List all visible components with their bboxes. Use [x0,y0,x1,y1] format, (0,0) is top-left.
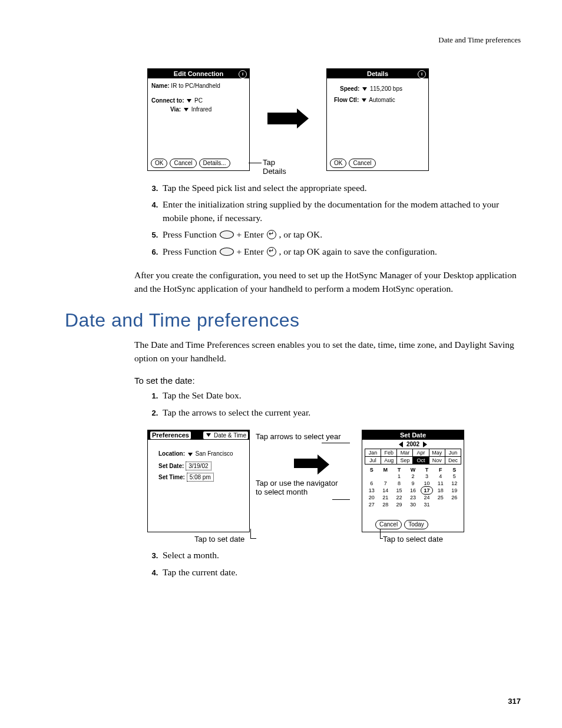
flow-ctl-value[interactable]: Automatic [369,97,395,103]
month-cell[interactable]: May [429,449,445,457]
dropdown-icon[interactable] [184,108,189,111]
day-cell[interactable]: 29 [392,501,406,508]
enter-button-icon [267,230,276,239]
callout-tap-arrows: Tap arrows to select year [256,432,356,441]
cancel-button[interactable]: Cancel [375,520,402,529]
month-cell[interactable]: Sep [397,457,413,465]
month-cell[interactable]: Feb [381,449,397,457]
location-value[interactable]: San Francisco [196,450,233,457]
step-3b: Select a month. [160,549,521,562]
callout-select-month: Tap or use the navigator to select month [256,479,338,496]
day-cell[interactable]: 17 [421,486,433,495]
today-button[interactable]: Today [404,520,428,529]
month-cell[interactable]: Apr [413,449,429,457]
figure-edit-connection: Edit Connection i Name: IR to PC/Handhel… [147,68,521,171]
day-cell[interactable]: 18 [434,487,447,494]
paragraph-after-config: After you create the configuration, you … [134,269,521,295]
callout-tap-select-date: Tap to select date [383,535,443,543]
set-time-box[interactable]: 5:08 pm [187,473,214,482]
details-button[interactable]: Details... [199,159,230,168]
day-cell[interactable]: 3 [420,473,434,480]
day-cell[interactable]: 24 [420,494,434,501]
edit-connection-screen: Edit Connection i Name: IR to PC/Handhel… [147,68,250,171]
dow-cell: W [406,467,419,473]
day-cell[interactable]: 15 [392,487,406,494]
day-cell[interactable]: 11 [434,480,447,487]
speed-value[interactable]: 115,200 bps [370,85,402,92]
month-cell[interactable]: Jul [365,457,381,465]
connect-to-value[interactable]: PC [194,97,203,104]
figure-date-time: Preferences Date & Time Location: San Fr… [147,430,521,532]
month-cell[interactable]: Aug [381,457,397,465]
dropdown-icon[interactable] [362,87,367,91]
cancel-button[interactable]: Cancel [170,159,196,168]
day-cell[interactable]: 1 [392,473,406,480]
steps-list-c: Select a month. Tap the current date. [147,549,521,579]
day-cell[interactable]: 28 [378,501,392,508]
speed-label: Speed: [340,85,359,92]
year-value: 2002 [406,441,419,447]
dropdown-icon[interactable] [188,453,193,456]
screen-title: Edit Connection [174,70,223,77]
dow-cell: T [420,467,434,473]
day-cell[interactable]: 9 [406,480,419,487]
section-heading: Date and Time preferences [65,309,521,331]
day-cell[interactable]: 27 [365,501,378,508]
arrow-icon [256,459,356,468]
day-cell[interactable]: 16 [406,487,419,494]
day-cell[interactable]: 12 [448,480,461,487]
month-cell[interactable]: Oct [413,457,429,465]
callout-tap-set-date: Tap to set date [194,535,244,543]
screen-title: Details [367,70,388,77]
step-4b: Tap the current date. [160,566,521,579]
day-cell[interactable]: 13 [365,487,378,494]
info-icon[interactable]: i [239,70,247,78]
dropdown-icon[interactable] [362,98,366,102]
month-grid[interactable]: JanFebMarAprMayJunJulAugSepOctNovDec [365,449,461,465]
day-cell[interactable]: 26 [448,494,461,501]
function-button-icon [220,230,234,239]
flow-ctl-label: Flow Ctl: [334,97,359,103]
day-cell[interactable]: 8 [392,480,406,487]
day-cell[interactable]: 5 [448,473,461,480]
name-value[interactable]: IR to PC/Handheld [171,83,220,89]
dow-cell: M [378,467,392,473]
dropdown-icon[interactable] [187,99,191,103]
day-cell[interactable]: 6 [365,480,378,487]
month-cell[interactable]: Mar [397,449,413,457]
set-date-box[interactable]: 3/19/02 [186,462,211,470]
day-cell[interactable]: 19 [448,487,461,494]
month-cell[interactable]: Jun [445,449,461,457]
via-value[interactable]: Infrared [191,106,211,113]
day-cell[interactable]: 14 [378,487,392,494]
month-cell[interactable]: Nov [429,457,445,465]
via-label: Via: [170,106,181,113]
month-cell[interactable]: Dec [445,457,461,465]
connect-to-label: Connect to: [151,97,184,104]
day-cell[interactable]: 21 [378,494,392,501]
year-prev-icon[interactable] [399,442,403,447]
day-cell[interactable]: 22 [392,494,406,501]
ok-button[interactable]: OK [330,159,346,168]
screen-title: Preferences [150,431,191,439]
step-5: Press Function + Enter , or tap OK. [160,228,521,241]
year-next-icon[interactable] [423,442,427,447]
info-icon[interactable]: i [418,70,426,78]
day-cell[interactable]: 30 [406,501,419,508]
day-cell[interactable]: 31 [420,501,434,508]
day-cell[interactable]: 4 [434,473,447,480]
day-grid[interactable]: 1234567891011121314151617181920212223242… [365,473,461,508]
day-cell[interactable]: 20 [365,494,378,501]
ok-button[interactable]: OK [151,159,167,168]
month-cell[interactable]: Jan [365,449,381,457]
steps-list-a: Tap the Speed pick list and select the a… [147,182,521,258]
cancel-button[interactable]: Cancel [349,159,375,168]
day-cell[interactable]: 23 [406,494,419,501]
day-cell[interactable]: 25 [434,494,447,501]
function-button-icon [220,248,234,256]
category-selector[interactable]: Date & Time [203,431,248,439]
set-date-screen: Set Date 2002 JanFebMarAprMayJunJulAugSe… [362,430,464,532]
day-cell[interactable]: 7 [378,480,392,487]
day-cell[interactable]: 2 [406,473,419,480]
screen-title-bar: Set Date [362,430,464,440]
